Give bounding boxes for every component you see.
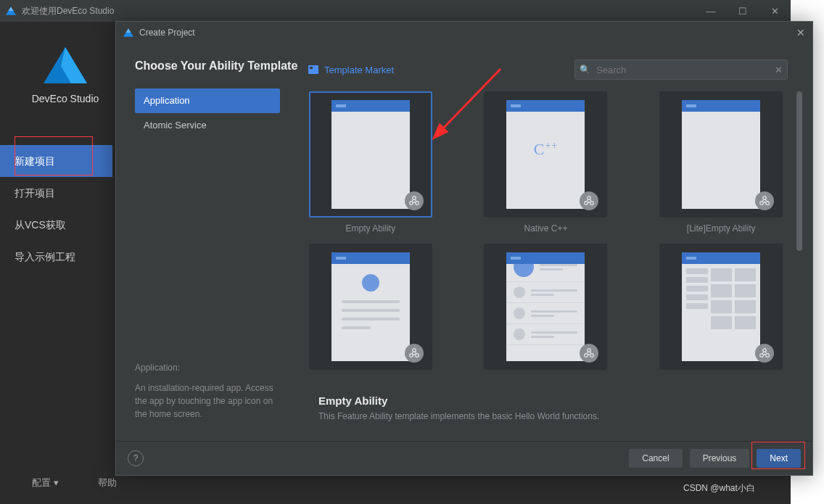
window-minimize-button[interactable]: — <box>695 0 727 22</box>
search-clear-icon[interactable]: ✕ <box>775 65 783 75</box>
template-thumbnail <box>659 91 783 218</box>
dialog-logo-icon <box>123 28 133 38</box>
category-atomic-service[interactable]: Atomic Service <box>135 113 280 138</box>
app-logo-icon <box>6 6 16 16</box>
market-icon <box>308 65 318 74</box>
template-card[interactable]: [Lite]Empty Ability <box>659 91 783 234</box>
ability-badge-icon <box>580 191 598 210</box>
dialog-heading: Choose Your Ability Template <box>135 59 298 73</box>
ability-badge-icon <box>755 344 774 363</box>
template-gallery: Empty AbilityC++Native C++[Lite]Empty Ab… <box>308 91 794 441</box>
ability-badge-icon <box>405 344 424 363</box>
menu-open-project[interactable]: 打开项目 <box>0 177 112 209</box>
search-box[interactable]: 🔍 ✕ <box>574 59 788 80</box>
template-market-label: Template Market <box>324 65 394 75</box>
watermark: CSDN @what小白 <box>683 482 755 495</box>
template-thumbnail <box>484 244 607 370</box>
category-description-title: Application: <box>135 361 284 374</box>
svg-point-6 <box>760 202 764 205</box>
template-card[interactable] <box>659 244 783 376</box>
footer-help[interactable]: 帮助 <box>98 476 117 489</box>
menu-new-project[interactable]: 新建项目 <box>0 145 112 177</box>
search-input[interactable] <box>595 64 775 76</box>
selected-template-title: Empty Ability <box>318 394 791 407</box>
svg-point-3 <box>585 202 588 205</box>
template-market-link[interactable]: Template Market <box>308 65 394 75</box>
dialog-main: Choose Your Ability Template Application… <box>116 44 812 441</box>
welcome-titlebar: 欢迎使用DevEco Studio — ☐ ✕ <box>0 0 791 22</box>
template-name: Empty Ability <box>345 223 395 234</box>
create-project-dialog: Create Project ✕ Choose Your Ability Tem… <box>115 21 813 476</box>
next-button[interactable]: Next <box>757 449 801 468</box>
dialog-content: Template Market 🔍 ✕ Empty AbilityC++Nati… <box>298 44 812 441</box>
app-name: DevEco Studio <box>29 93 102 104</box>
welcome-logo: DevEco Studio <box>29 47 102 104</box>
svg-point-7 <box>766 202 770 205</box>
previous-button[interactable]: Previous <box>690 449 750 468</box>
selected-template-subtitle: This Feature Ability template implements… <box>318 411 791 421</box>
ability-badge-icon <box>405 191 424 210</box>
template-thumbnail: C++ <box>484 91 607 218</box>
svg-point-13 <box>590 354 594 358</box>
template-name: [Lite]Empty Ability <box>687 223 756 234</box>
svg-point-4 <box>590 202 594 205</box>
template-thumbnail <box>309 91 432 218</box>
svg-point-12 <box>585 354 588 358</box>
svg-point-16 <box>766 354 770 358</box>
gallery-scrollbar[interactable] <box>796 91 802 441</box>
menu-import-sample[interactable]: 导入示例工程 <box>0 241 112 273</box>
template-card[interactable]: C++Native C++ <box>484 91 609 234</box>
template-card[interactable]: Empty Ability <box>308 91 433 234</box>
menu-get-from-vcs[interactable]: 从VCS获取 <box>0 209 112 241</box>
template-thumbnail <box>309 244 432 370</box>
template-card[interactable] <box>484 244 609 376</box>
dialog-footer: ? Cancel Previous Next <box>116 441 812 475</box>
welcome-menu: 新建项目 打开项目 从VCS获取 导入示例工程 <box>0 145 112 273</box>
search-icon: 🔍 <box>580 65 590 75</box>
template-name: Native C++ <box>524 223 567 234</box>
category-description: Application: An installation-required ap… <box>135 361 298 421</box>
welcome-footer: 配置 帮助 <box>32 476 117 489</box>
ability-badge-icon <box>580 344 598 363</box>
svg-point-10 <box>416 354 419 358</box>
footer-configure[interactable]: 配置 <box>32 476 59 489</box>
welcome-title: 欢迎使用DevEco Studio <box>22 5 114 17</box>
svg-point-15 <box>760 354 764 358</box>
template-card[interactable] <box>308 244 433 376</box>
svg-point-9 <box>410 354 413 358</box>
help-button[interactable]: ? <box>128 450 144 466</box>
svg-point-1 <box>416 202 419 205</box>
category-description-body: An installation-required app. Access the… <box>135 381 284 421</box>
svg-point-0 <box>410 202 413 205</box>
category-application[interactable]: Application <box>135 88 280 113</box>
dialog-sidebar: Choose Your Ability Template Application… <box>116 44 298 441</box>
window-close-button[interactable]: ✕ <box>759 0 791 22</box>
template-thumbnail <box>659 244 783 370</box>
cancel-button[interactable]: Cancel <box>629 449 682 468</box>
selected-template-description: Empty Ability This Feature Ability templ… <box>308 386 791 427</box>
gallery-scrollbar-thumb[interactable] <box>796 91 802 251</box>
window-maximize-button[interactable]: ☐ <box>727 0 759 22</box>
ability-badge-icon <box>755 191 774 210</box>
content-header: Template Market 🔍 ✕ <box>308 59 807 80</box>
dialog-close-button[interactable]: ✕ <box>796 27 805 38</box>
dialog-titlebar: Create Project ✕ <box>116 22 812 44</box>
dialog-title: Create Project <box>139 28 195 38</box>
